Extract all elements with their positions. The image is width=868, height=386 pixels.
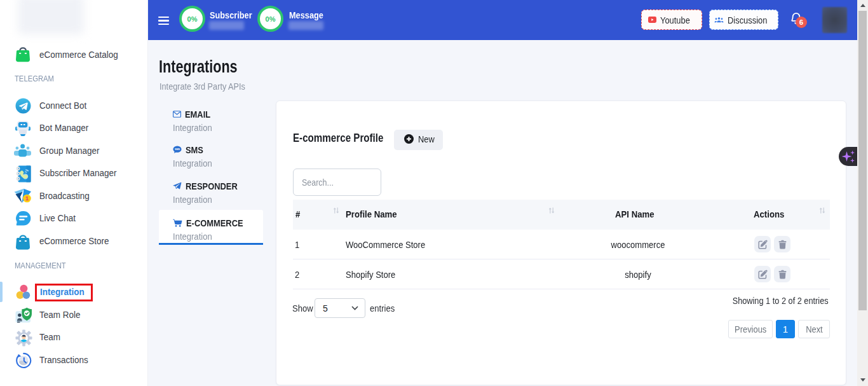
svg-text:SMS: SMS	[175, 149, 180, 151]
svg-text:1: 1	[25, 195, 29, 202]
